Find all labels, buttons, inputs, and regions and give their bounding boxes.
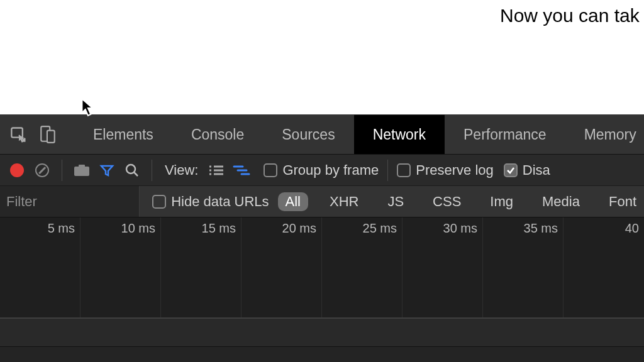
- network-filterbar: Filter Hide data URLs All XHR JS CSS Img…: [0, 186, 644, 217]
- filter-type-media[interactable]: Media: [535, 192, 587, 211]
- svg-rect-5: [74, 167, 89, 176]
- view-waterfall-icon[interactable]: [231, 160, 252, 181]
- network-toolbar: View: Group by frame Preserve log Disa: [0, 155, 644, 186]
- disable-cache-option[interactable]: Disa: [504, 162, 550, 178]
- devtools-panel: Elements Console Sources Network Perform…: [0, 114, 644, 362]
- filter-type-font[interactable]: Font: [601, 192, 644, 211]
- devtools-tabstrip: Elements Console Sources Network Perform…: [0, 114, 644, 155]
- option-label: Hide data URLs: [171, 194, 269, 210]
- svg-line-8: [134, 172, 138, 176]
- tab-performance[interactable]: Performance: [445, 115, 565, 154]
- filter-type-img[interactable]: Img: [482, 192, 521, 211]
- timeline-tick: 25 ms: [322, 221, 402, 236]
- search-icon[interactable]: [121, 160, 143, 181]
- devtools-tabs: Elements Console Sources Network Perform…: [74, 115, 644, 154]
- timeline-tick: 20 ms: [242, 221, 321, 236]
- page-viewport: Now you can tak: [0, 0, 644, 114]
- tab-label: Sources: [282, 126, 335, 143]
- option-label: Group by frame: [282, 162, 379, 178]
- tab-label: Network: [373, 126, 426, 143]
- tab-memory[interactable]: Memory: [565, 115, 644, 154]
- requests-table-body: [0, 347, 644, 362]
- view-list-icon[interactable]: [206, 160, 227, 181]
- clear-button[interactable]: [31, 160, 53, 181]
- requests-table-header: [0, 318, 644, 347]
- view-label: View:: [165, 162, 198, 178]
- timeline-tick: 35 ms: [483, 221, 563, 236]
- svg-rect-6: [79, 165, 85, 168]
- filter-placeholder: Filter: [6, 194, 37, 210]
- filter-type-css[interactable]: CSS: [425, 192, 469, 211]
- option-label: Disa: [523, 162, 550, 178]
- tab-console[interactable]: Console: [172, 115, 263, 154]
- divider: [62, 160, 62, 181]
- preserve-log-option[interactable]: Preserve log: [397, 162, 494, 178]
- tab-network[interactable]: Network: [354, 115, 445, 154]
- inspect-element-icon[interactable]: [6, 122, 31, 147]
- checkbox-icon: [397, 163, 411, 177]
- timeline-tick: 15 ms: [161, 221, 241, 236]
- svg-point-7: [126, 165, 135, 173]
- filter-type-xhr[interactable]: XHR: [322, 192, 366, 211]
- hide-data-urls-option[interactable]: Hide data URLs: [152, 194, 269, 210]
- timeline-tick: 5 ms: [0, 221, 80, 236]
- page-headline: Now you can tak: [500, 5, 640, 26]
- filter-type-all[interactable]: All: [278, 192, 308, 211]
- svg-rect-4: [47, 131, 55, 143]
- option-label: Preserve log: [416, 162, 494, 178]
- tab-label: Elements: [93, 126, 153, 143]
- tab-label: Performance: [464, 126, 547, 143]
- checkbox-icon: [152, 195, 166, 209]
- tab-label: Console: [191, 126, 244, 143]
- svg-rect-1: [11, 128, 23, 138]
- timeline-tick: 30 ms: [402, 221, 482, 236]
- checkbox-icon: [264, 163, 277, 177]
- tab-label: Memory: [584, 126, 636, 143]
- filter-input[interactable]: Filter: [0, 186, 140, 217]
- divider: [152, 160, 152, 181]
- timeline-tick: 40: [564, 221, 644, 236]
- capture-screenshots-icon[interactable]: [71, 160, 92, 181]
- request-type-filters: All XHR JS CSS Img Media Font: [278, 192, 644, 211]
- filter-type-js[interactable]: JS: [380, 192, 411, 211]
- timeline-tick: 10 ms: [80, 221, 160, 236]
- group-by-frame-option[interactable]: Group by frame: [264, 162, 379, 178]
- network-timeline[interactable]: 5 ms 10 ms 15 ms 20 ms 25 ms 30 ms 35 ms…: [0, 217, 644, 318]
- tab-sources[interactable]: Sources: [263, 115, 353, 154]
- checkbox-checked-icon: [504, 163, 518, 177]
- filter-icon[interactable]: [96, 160, 118, 181]
- device-toolbar-icon[interactable]: [35, 122, 60, 147]
- divider: [387, 160, 388, 181]
- record-button[interactable]: [6, 160, 28, 181]
- tab-elements[interactable]: Elements: [74, 115, 172, 154]
